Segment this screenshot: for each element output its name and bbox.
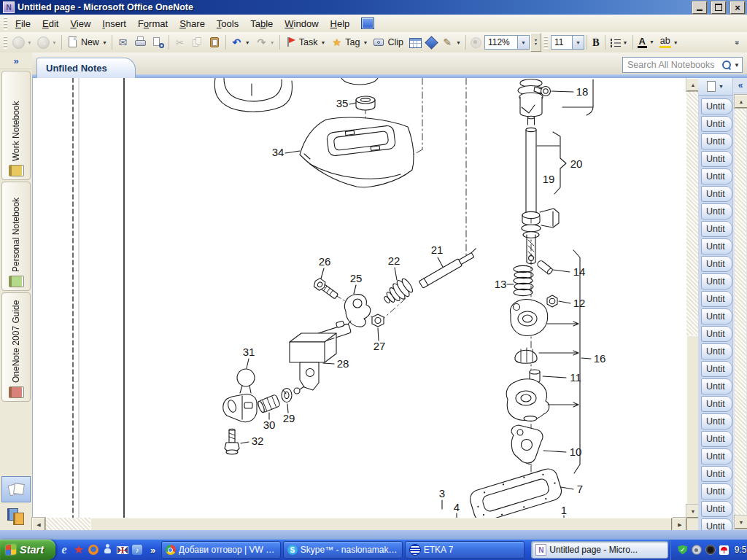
pen-button-dropdown-icon[interactable]: ▼ xyxy=(456,40,461,45)
task-button[interactable]: Task▼ xyxy=(282,36,328,49)
page-tab-5[interactable]: Untit xyxy=(701,168,732,184)
page-tab-7[interactable]: Untit xyxy=(701,203,732,219)
page-tab-24[interactable]: Untit xyxy=(701,501,732,517)
research-button[interactable] xyxy=(425,37,438,48)
email-button[interactable] xyxy=(115,36,131,49)
font-size-combo[interactable]: 11▼ xyxy=(551,35,584,50)
taskbar-button-etka[interactable]: ETKA 7 xyxy=(405,541,525,559)
undo-button[interactable]: ▼ xyxy=(228,36,252,49)
all-notebooks-button[interactable] xyxy=(2,504,30,529)
highlight-button-dropdown-icon[interactable]: ▼ xyxy=(673,40,678,45)
vertical-scrollbar[interactable]: ▲ ▼ xyxy=(686,78,698,518)
page-tabs-scroll-up-icon[interactable]: ▲ xyxy=(735,95,747,108)
menu-view[interactable]: View xyxy=(64,16,96,31)
page-tab-6[interactable]: Untit xyxy=(701,186,732,202)
menu-insert[interactable]: Insert xyxy=(96,16,132,31)
new-button-dropdown-icon[interactable]: ▼ xyxy=(102,40,107,45)
close-button[interactable] xyxy=(730,1,745,14)
tag-button[interactable]: Tag▼ xyxy=(328,36,370,49)
firefox-icon[interactable] xyxy=(87,543,100,556)
toolbar-options-button[interactable] xyxy=(729,36,746,49)
highlight-button[interactable]: ab▼ xyxy=(657,36,681,49)
menu-help[interactable]: Help xyxy=(325,16,356,31)
page-tab-3[interactable]: Untit xyxy=(701,133,732,149)
page-tab-15[interactable]: Untit xyxy=(701,343,732,359)
menu-share[interactable]: Share xyxy=(174,16,211,31)
menu-format[interactable]: Format xyxy=(132,16,174,31)
tag-button-dropdown-icon[interactable]: ▼ xyxy=(363,40,368,45)
toolbar-grip[interactable] xyxy=(544,36,548,49)
uk-flag-icon[interactable] xyxy=(116,543,129,556)
search-box[interactable]: Search All Notebooks ▼ xyxy=(622,57,743,73)
search-icon[interactable] xyxy=(722,61,731,69)
recorder-icon[interactable] xyxy=(705,545,716,555)
page-window-icon[interactable] xyxy=(361,18,374,29)
new-page-dropdown-icon[interactable]: ▼ xyxy=(719,84,724,89)
horizontal-scrollbar[interactable]: ◀ ▶ xyxy=(32,518,686,530)
red-burst-icon[interactable] xyxy=(72,543,85,556)
minimize-button[interactable] xyxy=(692,1,707,14)
start-button[interactable]: Start xyxy=(0,540,55,560)
page-tab-16[interactable]: Untit xyxy=(701,361,732,377)
unfiled-notes-button[interactable] xyxy=(1,476,31,502)
expand-sidebar-button[interactable]: » xyxy=(0,52,32,69)
taskbar-button-skype[interactable]: Skype™ - naslonamakar... xyxy=(283,541,403,559)
notebook-tab-work-notebook[interactable]: Work Notebook xyxy=(1,71,31,180)
menu-tools[interactable]: Tools xyxy=(211,16,244,31)
print-preview-button[interactable] xyxy=(150,36,166,49)
collapse-page-tabs-button[interactable]: « xyxy=(733,78,747,93)
menu-window[interactable]: Window xyxy=(279,16,324,31)
forward-button-dropdown-icon[interactable]: ▼ xyxy=(52,40,57,45)
page-tab-17[interactable]: Untit xyxy=(701,378,732,394)
menu-edit[interactable]: Edit xyxy=(36,16,64,31)
antivirus-shield-icon[interactable] xyxy=(678,545,688,555)
undo-button-dropdown-icon[interactable]: ▼ xyxy=(245,40,250,45)
page-tab-1[interactable]: Untit xyxy=(701,98,732,114)
page-tab-12[interactable]: Untit xyxy=(701,291,732,307)
internet-explorer-icon[interactable] xyxy=(58,543,71,556)
avira-umbrella-icon[interactable] xyxy=(719,545,729,555)
bullets-button-dropdown-icon[interactable]: ▼ xyxy=(623,40,628,45)
taskbar-button-onenote[interactable]: Untitled page - Micro... xyxy=(531,541,668,559)
new-button[interactable]: New▼ xyxy=(64,36,109,49)
table-button[interactable] xyxy=(407,36,424,49)
page-tab-20[interactable]: Untit xyxy=(701,431,732,447)
search-input[interactable]: Search All Notebooks xyxy=(627,60,719,70)
zoom-combo-dropdown-icon[interactable]: ▼ xyxy=(517,36,529,49)
menu-grip[interactable] xyxy=(4,18,7,30)
notebook-tab-personal-notebook[interactable]: Personal Notebook xyxy=(1,182,31,291)
page-tab-23[interactable]: Untit xyxy=(701,483,732,499)
page-tab-25[interactable]: Untit xyxy=(701,518,732,530)
quick-launch-overflow-icon[interactable]: » xyxy=(150,545,155,556)
media-player-icon[interactable] xyxy=(131,543,144,556)
bold-button[interactable]: B xyxy=(589,36,603,50)
toolbar-grip[interactable] xyxy=(4,36,7,49)
page-tab-13[interactable]: Untit xyxy=(701,308,732,324)
notebook-tab-onenote-2007-guide[interactable]: OneNote 2007 Guide xyxy=(1,292,31,402)
task-button-dropdown-icon[interactable]: ▼ xyxy=(320,40,325,45)
page-tab-21[interactable]: Untit xyxy=(701,448,732,464)
page-tabs-scrollbar[interactable]: ▲ ▼ xyxy=(735,95,746,529)
page-tab-18[interactable]: Untit xyxy=(701,396,732,412)
font-color-button-dropdown-icon[interactable]: ▼ xyxy=(649,39,654,44)
pen-button[interactable]: ▼ xyxy=(439,36,463,49)
font-color-button[interactable]: A▼ xyxy=(635,36,657,50)
print-button[interactable] xyxy=(132,36,149,49)
page-tab-4[interactable]: Untit xyxy=(701,151,732,167)
search-scope-dropdown-icon[interactable]: ▼ xyxy=(734,62,740,69)
menu-file[interactable]: File xyxy=(9,16,36,31)
new-page-button[interactable]: ▼ xyxy=(698,78,732,96)
page-tab-11[interactable]: Untit xyxy=(701,273,732,289)
page-tab-2[interactable]: Untit xyxy=(701,116,732,132)
tab-unfiled-notes[interactable]: Unfiled Notes xyxy=(36,58,136,78)
menu-table[interactable]: Table xyxy=(244,16,279,31)
font-size-combo-dropdown-icon[interactable]: ▼ xyxy=(572,36,584,49)
page-tab-22[interactable]: Untit xyxy=(701,466,732,482)
toolbar-break-handle[interactable]: ▾▾ xyxy=(530,33,541,52)
taskbar-button-chrome[interactable]: Добави отговор | VW cl... xyxy=(161,541,281,559)
bullets-button[interactable]: ▼ xyxy=(608,37,630,47)
paste-button[interactable] xyxy=(206,36,223,49)
messenger-icon[interactable] xyxy=(101,543,115,556)
clip-button[interactable]: Clip xyxy=(371,36,406,49)
page-tabs-scroll-down-icon[interactable]: ▼ xyxy=(735,516,747,529)
